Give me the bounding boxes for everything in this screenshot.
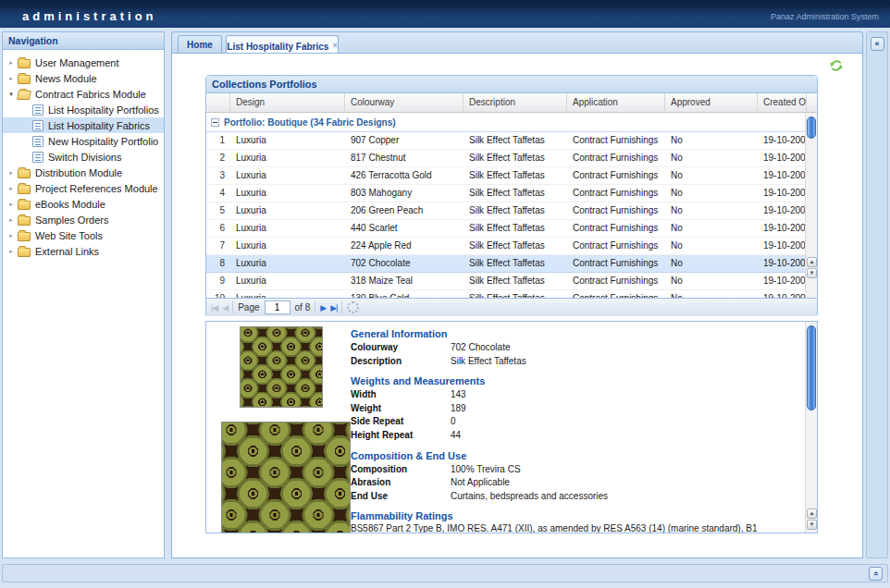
sidebar-item-samples-orders[interactable]: ▸Samples Orders: [3, 212, 164, 227]
expand-arrow-icon[interactable]: ▸: [6, 169, 16, 177]
sidebar-item-label: Distribution Module: [35, 167, 122, 178]
sidebar-item-ebooks-module[interactable]: ▸eBooks Module: [3, 196, 164, 212]
grid-scroll-up-icon[interactable]: ▲: [807, 257, 817, 267]
cell-created: 19-10-200: [758, 290, 807, 298]
sidebar-item-distribution-module[interactable]: ▸Distribution Module: [3, 165, 164, 180]
expand-arrow-icon[interactable]: ▸: [6, 232, 16, 239]
panel-title: Collections Portfolios: [206, 76, 817, 93]
tab-home-label: Home: [187, 40, 213, 50]
toolbar-separator: [315, 301, 315, 313]
detail-scroll-up-icon[interactable]: ▲: [807, 508, 817, 519]
next-page-button[interactable]: ▶: [320, 300, 326, 316]
expand-arrow-icon[interactable]: ▸: [6, 201, 16, 208]
tab-list-hospitality-fabrics[interactable]: List Hospitality Fabrics×: [226, 35, 339, 55]
grid-scrollbar-track[interactable]: ▲ ▼: [805, 113, 817, 298]
app-title: administration: [22, 9, 157, 23]
first-page-button[interactable]: |◀: [211, 300, 217, 316]
field-value: 189: [451, 402, 466, 416]
expand-arrow-icon[interactable]: ▸: [6, 185, 16, 192]
detail-field-end-use: End UseCurtains, bedspreads and accessor…: [351, 490, 800, 504]
expand-arrow-icon[interactable]: ▸: [6, 216, 16, 224]
grid-scroll-down-icon[interactable]: ▼: [807, 268, 817, 278]
cell-created: 19-10-200: [758, 255, 807, 272]
cell-description: Silk Effect Taffetas: [464, 167, 567, 184]
grid-body: Portfolio: Boutique (34 Fabric Designs) …: [206, 113, 817, 298]
section-title-general-information: General Information: [351, 328, 800, 339]
cell-num: 8: [206, 255, 230, 272]
field-value: Silk Effect Taffetas: [451, 355, 526, 369]
column-header-approved[interactable]: Approved: [665, 93, 758, 112]
expand-arrow-icon[interactable]: ▸: [6, 59, 16, 67]
column-header-rownumber[interactable]: [206, 93, 230, 112]
detail-scrollbar-track[interactable]: ▲ ▼: [805, 322, 817, 533]
sidebar-item-label: News Module: [35, 73, 97, 84]
pagination-toolbar: |◀ ◀ Page of 8 ▶ ▶|: [206, 298, 817, 316]
cell-application: Contract Furnishings: [567, 202, 665, 219]
expand-arrow-icon[interactable]: ▸: [6, 248, 16, 255]
last-page-button[interactable]: ▶|: [330, 300, 337, 316]
sidebar-item-news-module[interactable]: ▸News Module: [3, 70, 164, 86]
reload-grid-icon[interactable]: [347, 301, 359, 313]
prev-page-button[interactable]: ◀: [222, 300, 228, 316]
column-header-application[interactable]: Application: [567, 93, 665, 112]
sidebar-item-project-references-module[interactable]: ▸Project References Module: [3, 180, 164, 196]
table-row[interactable]: 7Luxuria224 Apple RedSilk Effect Taffeta…: [206, 238, 807, 255]
refresh-icon[interactable]: [829, 58, 844, 73]
sidebar-item-label: Project References Module: [35, 183, 158, 194]
field-value: 0: [451, 415, 456, 429]
sidebar-item-new-hospitality-portfolio[interactable]: New Hospitality Portfolio: [3, 133, 164, 149]
column-header-created-on[interactable]: Created On: [758, 93, 807, 112]
page-number-input[interactable]: [265, 300, 290, 314]
table-row[interactable]: 6Luxuria440 ScarletSilk Effect TaffetasC…: [206, 220, 807, 238]
sidebar-item-switch-divisions[interactable]: Switch Divisions: [3, 149, 164, 165]
detail-scrollbar-thumb[interactable]: [807, 325, 816, 410]
grid-scrollbar-thumb[interactable]: [807, 116, 816, 139]
toolbar-separator: [232, 301, 233, 313]
table-row[interactable]: 5Luxuria206 Green PeachSilk Effect Taffe…: [206, 202, 807, 220]
collapse-panel-button[interactable]: «: [871, 37, 884, 51]
table-row[interactable]: 2Luxuria817 ChestnutSilk Effect Taffetas…: [206, 150, 807, 167]
navigation-header: Navigation: [3, 32, 164, 50]
table-row[interactable]: 9Luxuria318 Maize TealSilk Effect Taffet…: [206, 273, 807, 290]
collapse-arrow-icon[interactable]: ▾: [6, 91, 16, 98]
fabric-detail-sections: General InformationColourway702 Chocolat…: [351, 326, 800, 533]
folder-icon: [18, 185, 31, 194]
column-header-design[interactable]: Design: [230, 93, 345, 112]
sidebar-item-label: Samples Orders: [35, 214, 108, 226]
sidebar-item-list-hospitality-portfolios[interactable]: List Hospitality Portfolios: [3, 102, 164, 117]
table-row[interactable]: 10Luxuria130 Blue GoldSilk Effect Taffet…: [206, 290, 807, 298]
collapse-group-icon[interactable]: [211, 118, 219, 127]
sidebar-item-external-links[interactable]: ▸External Links: [3, 243, 164, 259]
tab-strip: Home List Hospitality Fabrics×: [171, 31, 863, 54]
sidebar-item-label: New Hospitality Portfolio: [48, 136, 158, 147]
expand-south-panel-button[interactable]: «: [869, 567, 883, 581]
detail-field-side-repeat: Side Repeat0: [351, 415, 800, 429]
cell-approved: No: [665, 220, 758, 237]
cell-approved: No: [665, 290, 758, 298]
table-row[interactable]: 1Luxuria907 CopperSilk Effect TaffetasCo…: [206, 132, 807, 150]
folder-icon: [18, 248, 31, 257]
sidebar-item-web-site-tools[interactable]: ▸Web Site Tools: [3, 227, 164, 243]
detail-scroll-down-icon[interactable]: ▼: [807, 520, 817, 530]
sidebar-item-label: List Hospitality Portfolios: [48, 104, 159, 116]
column-header-colourway[interactable]: Colourway: [345, 93, 464, 112]
cell-colourway: 206 Green Peach: [345, 202, 464, 219]
table-row[interactable]: 8Luxuria702 ChocolateSilk Effect Taffeta…: [206, 255, 807, 273]
folder-icon: [18, 59, 31, 68]
sidebar-item-label: List Hospitality Fabrics: [48, 120, 150, 131]
field-label: Description: [351, 355, 451, 369]
cell-colourway: 803 Mahogany: [345, 185, 464, 202]
sidebar-item-list-hospitality-fabrics[interactable]: List Hospitality Fabrics: [3, 117, 164, 133]
table-row[interactable]: 3Luxuria426 Terracotta GoldSilk Effect T…: [206, 167, 807, 185]
group-label: Portfolio: Boutique (34 Fabric Designs): [224, 117, 396, 128]
sidebar-item-contract-fabrics-module[interactable]: ▾Contract Fabrics Module: [3, 86, 164, 102]
tab-close-icon[interactable]: ×: [332, 41, 337, 50]
sidebar-item-user-management[interactable]: ▸User Management: [3, 55, 164, 70]
folder-icon: [18, 216, 31, 226]
expand-arrow-icon[interactable]: ▸: [6, 75, 16, 82]
section-title-flammability-ratings: Flammability Ratings: [351, 510, 800, 521]
column-header-description[interactable]: Description: [464, 93, 567, 112]
cell-created: 19-10-200: [758, 238, 807, 254]
table-row[interactable]: 4Luxuria803 MahoganySilk Effect Taffetas…: [206, 185, 807, 202]
tab-home[interactable]: Home: [178, 35, 222, 55]
